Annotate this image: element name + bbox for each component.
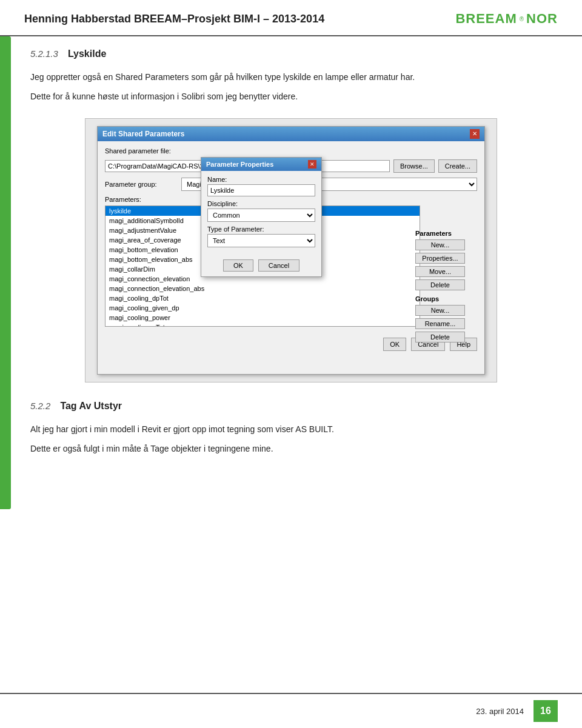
dialog-close-button[interactable]: ✕ (470, 129, 480, 139)
subdialog-close-button[interactable]: ✕ (308, 160, 316, 169)
section-522-num: 5.2.2 (30, 401, 50, 411)
edit-shared-params-dialog: Edit Shared Parameters ✕ Shared paramete… (97, 126, 485, 375)
left-accent-bar (0, 36, 11, 509)
page-header: Henning Habberstad BREEAM–Prosjekt BIM-I… (0, 0, 582, 36)
params-new-button[interactable]: New... (415, 239, 465, 250)
screenshot-container: Edit Shared Parameters ✕ Shared paramete… (85, 118, 497, 382)
subdialog-body: Name: Discipline: Common Type of Paramet… (201, 171, 321, 256)
footer-date: 23. april 2014 (476, 707, 524, 716)
groups-section: Groups New... Rename... Delete (415, 295, 470, 342)
discipline-label: Discipline: (207, 200, 315, 207)
page-content: 5.2.1.3 Lyskilde Jeg oppretter også en S… (0, 36, 582, 474)
params-section: Parameters New... Properties... Move... … (415, 230, 470, 290)
rename-button[interactable]: Rename... (415, 318, 465, 329)
param-item-11[interactable]: magi_cooling_given_dp (105, 303, 420, 313)
page-footer: 23. april 2014 16 (0, 693, 582, 728)
section-521-heading: 5.2.1.3 Lyskilde (30, 48, 552, 59)
groups-delete-button[interactable]: Delete (415, 332, 465, 342)
subdialog-title-bar: Parameter Properties ✕ (201, 158, 321, 171)
param-item-13[interactable]: magi_cooling_pTot (105, 322, 420, 327)
section-522-title: Tag Av Utstyr (60, 401, 122, 412)
name-label: Name: (207, 176, 315, 183)
type-select[interactable]: Text (207, 234, 315, 247)
section-522-para1: Alt jeg har gjort i min modell i Revit e… (30, 422, 552, 436)
section-522-para2: Dette er også fulgt i min måte å Tage ob… (30, 442, 552, 455)
params-panel-title: Parameters (415, 230, 470, 237)
groups-panel-title: Groups (415, 295, 470, 302)
param-item-12[interactable]: magi_cooling_power (105, 313, 420, 322)
section-521-para2: Dette for å kunne høste ut informasjon i… (30, 90, 552, 103)
file-row: Shared parameter file: (105, 147, 477, 155)
footer-page-number: 16 (534, 700, 558, 722)
logo-breeam-text: BREEAM (455, 11, 517, 27)
subdialog-ok-button[interactable]: OK (223, 259, 253, 272)
section-521-title: Lyskilde (68, 48, 106, 59)
section-521-para1: Jeg oppretter også en Shared Parameters … (30, 70, 552, 84)
params-delete-button[interactable]: Delete (415, 279, 465, 290)
logo-registered: ® (520, 16, 524, 22)
subdialog-title-text: Parameter Properties (206, 161, 273, 168)
logo: BREEAM ® NOR (455, 11, 558, 27)
section-522-heading: 5.2.2 Tag Av Utstyr (30, 401, 552, 412)
browse-button[interactable]: Browse... (393, 159, 435, 173)
right-panel: Parameters New... Properties... Move... … (415, 230, 470, 347)
logo-nor-text: NOR (526, 11, 558, 27)
param-item-9[interactable]: magi_connection_elevation_abs (105, 284, 420, 293)
param-item-10[interactable]: magi_cooling_dpTot (105, 293, 420, 303)
subdialog-footer: OK Cancel (201, 256, 321, 276)
properties-button[interactable]: Properties... (415, 253, 465, 264)
document-title: Henning Habberstad BREEAM–Prosjekt BIM-I… (24, 13, 324, 25)
dialog-title-bar: Edit Shared Parameters ✕ (98, 127, 484, 141)
file-label: Shared parameter file: (105, 147, 178, 155)
discipline-select[interactable]: Common (207, 209, 315, 222)
dialog-ok-button[interactable]: OK (383, 338, 406, 351)
group-label: Parameter group: (105, 181, 178, 188)
name-field: Name: (207, 176, 315, 196)
move-button[interactable]: Move... (415, 266, 465, 277)
discipline-field: Discipline: Common (207, 200, 315, 222)
subdialog-cancel-button[interactable]: Cancel (258, 259, 299, 272)
section-521-num: 5.2.1.3 (30, 48, 58, 59)
create-button[interactable]: Create... (438, 159, 477, 173)
groups-new-button[interactable]: New... (415, 305, 465, 316)
dialog-title: Edit Shared Parameters (102, 130, 184, 138)
type-label: Type of Parameter: (207, 225, 315, 233)
section-522: 5.2.2 Tag Av Utstyr Alt jeg har gjort i … (30, 401, 552, 456)
name-input[interactable] (207, 184, 315, 196)
parameter-properties-dialog: Parameter Properties ✕ Name: Discipline:… (201, 157, 322, 277)
type-field: Type of Parameter: Text (207, 225, 315, 247)
